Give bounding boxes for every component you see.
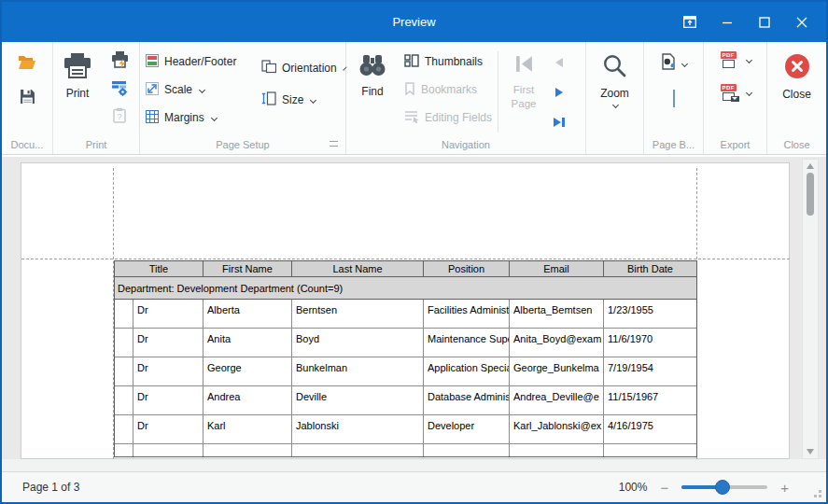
cell: Berntsen <box>292 300 424 329</box>
table-row: Dr Andrea Deville Database Administ Andr… <box>115 386 696 415</box>
last-page-icon[interactable] <box>553 115 566 132</box>
zoom-label: Zoom <box>600 87 629 100</box>
close-preview-button[interactable]: Close <box>782 48 811 134</box>
thumbnails-button[interactable]: Thumbnails <box>399 48 494 76</box>
page-setup-label-text: Page Setup <box>216 139 270 150</box>
cell <box>203 444 292 456</box>
titlebar: Preview <box>2 2 826 42</box>
bookmarks-button: Bookmarks <box>399 76 494 104</box>
chevron-down-icon <box>199 86 205 92</box>
table-row: Dr George Bunkelman Application Special … <box>115 357 696 386</box>
find-button[interactable]: Find <box>346 48 399 134</box>
zoom-button[interactable]: Zoom <box>600 48 629 134</box>
maximize-icon[interactable] <box>746 2 783 42</box>
zoom-in-button[interactable]: + <box>780 480 789 496</box>
page-setup-dialog-launcher[interactable] <box>330 141 338 147</box>
indent-cell <box>115 329 133 357</box>
group-label-print: Print <box>53 134 139 154</box>
pdf-box <box>723 60 735 68</box>
open-document-icon[interactable] <box>18 55 36 74</box>
cell: Facilities Administr <box>424 300 510 329</box>
cell: 11/15/1967 <box>604 386 696 415</box>
cell: Alberta_Bemtsen <box>510 300 604 329</box>
next-page-icon[interactable] <box>554 85 565 102</box>
first-page-label: First Page <box>502 83 545 110</box>
cell <box>604 444 696 456</box>
report-table: Title First Name Last Name Position Emai… <box>114 260 697 457</box>
group-export: PDF PDF Export <box>704 42 767 154</box>
save-document-icon[interactable] <box>20 89 35 108</box>
print-button[interactable]: Print <box>53 48 102 134</box>
page-color-icon <box>660 53 677 74</box>
divider <box>498 51 498 133</box>
indent-cell <box>115 300 133 329</box>
horizontal-scrollbar[interactable] <box>2 459 826 471</box>
zoom-slider-thumb[interactable] <box>715 480 730 495</box>
cell <box>510 444 604 456</box>
page-color-button[interactable] <box>660 53 687 74</box>
orientation-button[interactable]: Orientation <box>256 57 345 79</box>
pdf-badge: PDF <box>721 84 737 91</box>
print-button-label: Print <box>66 87 90 100</box>
cell: Dr <box>133 329 203 357</box>
margins-label: Margins <box>164 111 204 124</box>
indent-cell <box>115 415 133 444</box>
cell: Anita <box>203 329 292 357</box>
scroll-down-icon[interactable] <box>807 449 814 455</box>
group-label-navigation: Navigation <box>346 134 585 154</box>
table-row: Dr Alberta Berntsen Facilities Administr… <box>115 300 696 329</box>
watermark-button[interactable] <box>673 91 675 107</box>
header-footer-label: Header/Footer <box>164 55 236 68</box>
document-preview-area[interactable]: Title First Name Last Name Position Emai… <box>2 157 826 471</box>
vertical-scrollbar[interactable] <box>802 159 819 459</box>
svg-text:?: ? <box>117 112 121 121</box>
scroll-up-icon[interactable] <box>807 163 814 169</box>
previous-page-icon <box>554 55 565 72</box>
margins-button[interactable]: Margins <box>140 104 256 132</box>
group-label-export: Export <box>704 134 766 154</box>
popup-window-icon[interactable] <box>671 2 709 42</box>
column-header: First Name <box>203 261 292 276</box>
group-label-document: Docu... <box>2 134 52 154</box>
send-email-button[interactable]: PDF <box>720 84 751 102</box>
zoom-out-button[interactable]: − <box>660 480 668 496</box>
chevron-down-icon <box>310 96 316 103</box>
print-options-icon[interactable] <box>111 80 128 100</box>
orientation-label: Orientation <box>282 62 337 75</box>
minimize-icon[interactable] <box>709 2 746 42</box>
statusbar: Page 1 of 3 100% − + <box>2 471 826 502</box>
group-print: Print ? Print <box>53 42 140 154</box>
cell: 4/16/1975 <box>604 415 696 444</box>
scrollbar-thumb[interactable] <box>807 173 814 216</box>
table-row-partial <box>115 444 696 456</box>
cell: 11/6/1970 <box>604 329 696 357</box>
zoom-slider[interactable] <box>681 480 767 495</box>
table-row: Dr Anita Boyd Maintenance Supe Anita_Boy… <box>115 329 696 357</box>
cell <box>133 444 203 456</box>
scale-button[interactable]: Scale <box>140 76 256 104</box>
editing-fields-icon <box>404 110 419 126</box>
close-window-icon[interactable] <box>783 2 821 42</box>
cell: Karl <box>203 415 292 444</box>
cell: Maintenance Supe <box>424 329 510 357</box>
quick-print-icon[interactable] <box>111 51 129 73</box>
cell: Andrea <box>203 386 292 415</box>
page-indicator: Page 1 of 3 <box>22 481 79 494</box>
export-document-button[interactable]: PDF <box>720 51 751 69</box>
bookmarks-label: Bookmarks <box>421 83 477 96</box>
watermark-icon <box>673 90 675 107</box>
size-button[interactable]: Size <box>256 89 345 111</box>
orientation-icon <box>261 60 276 77</box>
column-header: Email <box>510 261 604 276</box>
first-page-icon <box>513 53 535 77</box>
cell: Bunkelman <box>292 357 424 386</box>
header-footer-button[interactable]: Header/Footer <box>140 48 256 76</box>
cell: Dr <box>133 415 203 444</box>
magnifier-icon <box>602 53 627 81</box>
cell: George <box>203 357 292 386</box>
resize-grip[interactable] <box>819 495 821 497</box>
titlebar-buttons <box>671 2 821 42</box>
margins-icon <box>146 110 159 126</box>
cell: George_Bunkelma <box>510 357 604 386</box>
cell: Application Special <box>424 357 510 386</box>
